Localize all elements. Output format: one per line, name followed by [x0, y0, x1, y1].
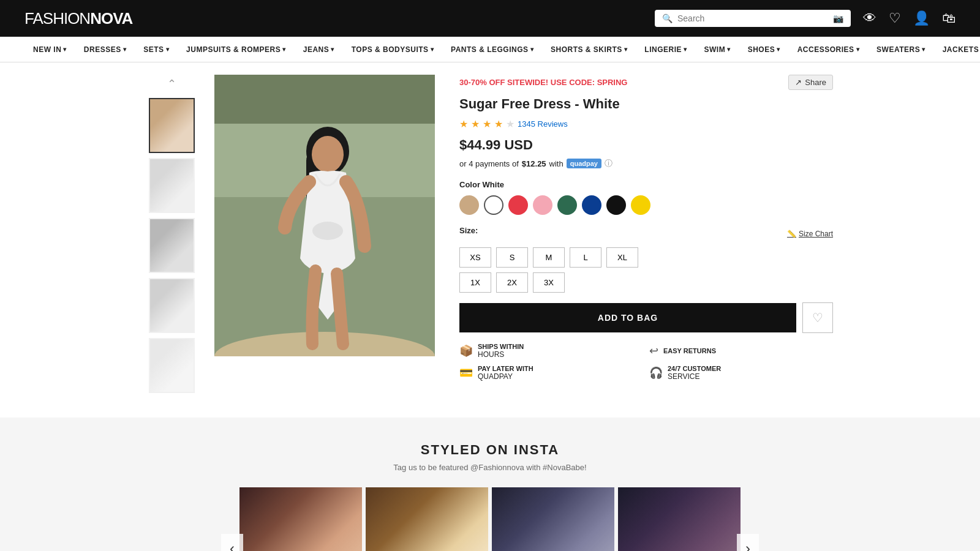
shipping-icon: 📦	[459, 344, 473, 358]
camera-icon[interactable]: 📷	[833, 13, 843, 23]
feature-ships-detail: HOURS	[478, 350, 504, 359]
insta-prev-button[interactable]: ‹	[221, 534, 243, 551]
share-button[interactable]: ↗ Share	[788, 75, 833, 90]
share-icon: ↗	[795, 78, 802, 87]
size-xs[interactable]: XS	[459, 247, 491, 268]
color-swatch-black[interactable]	[606, 195, 626, 215]
size-s[interactable]: S	[496, 247, 528, 268]
color-swatch-blue[interactable]	[582, 195, 601, 215]
size-xl[interactable]: XL	[606, 247, 638, 268]
info-icon[interactable]: ⓘ	[605, 158, 612, 169]
feature-quadpay-detail: QUADPAY	[478, 372, 513, 381]
thumb-scroll-up[interactable]: ⌃	[165, 75, 179, 93]
size-buttons-row1: XS S M L XL	[459, 247, 833, 268]
insta-photo-4[interactable]	[618, 487, 741, 551]
feature-returns: ↩ EASY RETURNS	[649, 343, 833, 359]
search-input[interactable]	[677, 13, 828, 23]
installment-amount: $12.25	[522, 159, 546, 168]
returns-icon: ↩	[649, 344, 658, 358]
nav-item-shorts[interactable]: SHORTS & SKIRTS ▾	[542, 37, 636, 62]
insta-gallery: ‹ ›	[239, 487, 741, 551]
size-chart-link[interactable]: 📏 Size Chart	[787, 230, 833, 238]
wishlist-button[interactable]: ♡	[802, 302, 833, 333]
eye-icon[interactable]: 👁	[863, 10, 876, 26]
thumbnail-1[interactable]	[149, 98, 195, 153]
feature-support-detail: SERVICE	[668, 372, 699, 381]
insta-photo-3[interactable]	[492, 487, 614, 551]
pay-later-icon: 💳	[459, 366, 473, 380]
color-swatch-white[interactable]	[484, 195, 503, 215]
support-icon: 🎧	[649, 366, 663, 380]
account-icon[interactable]: 👤	[913, 10, 930, 26]
thumbnail-5[interactable]	[149, 338, 195, 393]
size-2x[interactable]: 2X	[496, 272, 528, 293]
nav-label: LINGERIE	[644, 45, 682, 54]
nav-item-sets[interactable]: SETS ▾	[135, 37, 178, 62]
insta-section: STYLED ON INSTA Tag us to be featured @F…	[0, 418, 980, 551]
nav-item-shoes[interactable]: SHOES ▾	[739, 37, 789, 62]
nav-item-dresses[interactable]: DRESSES ▾	[75, 37, 135, 62]
quadpay-badge[interactable]: quadpay	[567, 159, 601, 168]
promo-text: 30-70% OFF SITEWIDE! USE CODE: SPRING	[459, 78, 628, 87]
add-to-bag-button[interactable]: ADD TO BAG	[459, 303, 796, 332]
product-rating: ★ ★ ★ ★ ★ 1345 Reviews	[459, 118, 833, 130]
nav-item-sweaters[interactable]: SWEATERS ▾	[868, 37, 934, 62]
star-1: ★	[459, 118, 468, 130]
chevron-down-icon: ▾	[166, 46, 170, 53]
chevron-down-icon: ▾	[922, 46, 925, 53]
star-2: ★	[471, 118, 480, 130]
svg-point-7	[312, 136, 344, 173]
product-main-image	[214, 75, 435, 356]
color-swatch-red[interactable]	[508, 195, 528, 215]
chevron-down-icon: ▾	[856, 46, 860, 53]
thumbnail-rail: ⌃	[147, 75, 196, 393]
insta-photo-1[interactable]	[239, 487, 362, 551]
feature-quadpay: 💳 PAY LATER WITH QUADPAY	[459, 365, 643, 381]
size-header: Size: 📏 Size Chart	[459, 226, 833, 241]
thumbnail-2[interactable]	[149, 158, 195, 213]
nav-item-swim[interactable]: SWIM ▾	[696, 37, 739, 62]
chevron-down-icon: ▾	[431, 46, 434, 53]
chevron-down-icon: ▾	[331, 46, 334, 53]
color-swatch-green[interactable]	[557, 195, 577, 215]
chevron-down-icon: ▾	[282, 46, 286, 53]
color-swatch-yellow[interactable]	[631, 195, 650, 215]
insta-photo-2[interactable]	[366, 487, 488, 551]
nav-label: SETS	[143, 45, 164, 54]
nav-label: NEW IN	[33, 45, 61, 54]
thumbnail-4[interactable]	[149, 278, 195, 333]
nav-item-jumpsuits[interactable]: JUMPSUITS & ROMPERS ▾	[178, 37, 295, 62]
header: FASHIONNOVA 🔍 📷 👁 ♡ 👤 🛍	[0, 0, 980, 37]
review-count[interactable]: 1345 Reviews	[518, 119, 568, 129]
color-swatch-pink[interactable]	[533, 195, 552, 215]
nav-item-jackets[interactable]: JACKETS ▾	[934, 37, 980, 62]
size-chart-label: Size Chart	[799, 230, 833, 238]
search-bar[interactable]: 🔍 📷	[655, 10, 851, 27]
logo[interactable]: FASHIONNOVA	[24, 9, 132, 28]
feature-support-title: 24/7 CUSTOMER	[668, 365, 721, 372]
chevron-down-icon: ▾	[123, 46, 127, 53]
chevron-down-icon: ▾	[530, 46, 534, 53]
nav-item-accessories[interactable]: ACCESSORIES ▾	[789, 37, 868, 62]
size-1x[interactable]: 1X	[459, 272, 491, 293]
main-nav: NEW IN ▾ DRESSES ▾ SETS ▾ JUMPSUITS & RO…	[0, 37, 980, 62]
thumbnail-3[interactable]	[149, 218, 195, 273]
color-swatch-beige[interactable]	[459, 195, 479, 215]
insta-title: STYLED ON INSTA	[24, 442, 956, 458]
nav-item-jeans[interactable]: JEANS ▾	[295, 37, 343, 62]
insta-next-button[interactable]: ›	[737, 534, 759, 551]
wishlist-icon[interactable]: ♡	[889, 10, 901, 26]
size-m[interactable]: M	[533, 247, 565, 268]
bag-icon[interactable]: 🛍	[942, 10, 956, 26]
heart-icon: ♡	[812, 310, 823, 325]
star-4: ★	[494, 118, 503, 130]
size-l[interactable]: L	[570, 247, 601, 268]
nav-item-pants[interactable]: PANTS & LEGGINGS ▾	[442, 37, 542, 62]
chevron-down-icon: ▾	[777, 46, 780, 53]
size-label: Size:	[459, 226, 478, 235]
nav-item-new-in[interactable]: NEW IN ▾	[24, 37, 75, 62]
nav-label: JEANS	[303, 45, 330, 54]
size-3x[interactable]: 3X	[533, 272, 565, 293]
nav-item-lingerie[interactable]: LINGERIE ▾	[636, 37, 695, 62]
nav-item-tops[interactable]: TOPS & BODYSUITS ▾	[343, 37, 442, 62]
